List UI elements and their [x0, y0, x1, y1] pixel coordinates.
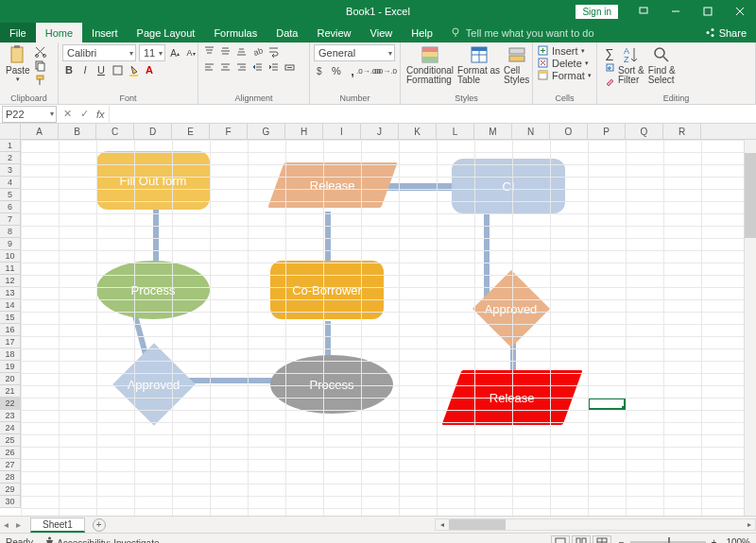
col-header[interactable]: G — [248, 124, 285, 139]
shape-ci[interactable]: CI — [452, 159, 565, 213]
shape-process2[interactable]: Process — [270, 355, 393, 414]
orientation-icon[interactable]: ab — [250, 44, 264, 58]
ribbon-options-icon[interactable] — [627, 0, 660, 23]
sheet-nav-next-icon[interactable]: ▸ — [12, 519, 25, 530]
cut-icon[interactable] — [34, 44, 47, 58]
sheet-tab-active[interactable]: Sheet1 — [30, 518, 85, 533]
normal-view-icon[interactable] — [551, 535, 570, 543]
signin-button[interactable]: Sign in — [576, 5, 618, 19]
row-header[interactable]: 30 — [0, 496, 20, 508]
align-right-icon[interactable] — [234, 60, 248, 74]
tab-file[interactable]: File — [0, 23, 36, 42]
row-header[interactable]: 20 — [0, 373, 20, 385]
scroll-left-icon[interactable]: ◂ — [436, 519, 448, 530]
sheet-nav-prev-icon[interactable]: ◂ — [0, 519, 12, 530]
row-header[interactable]: 8 — [0, 226, 20, 238]
row-header[interactable]: 14 — [0, 299, 20, 312]
row-header[interactable]: 13 — [0, 287, 20, 299]
tab-insert[interactable]: Insert — [82, 23, 128, 42]
tab-help[interactable]: Help — [402, 23, 442, 42]
tab-view[interactable]: View — [361, 23, 403, 42]
format-as-table-button[interactable]: Format as Table — [455, 44, 502, 85]
vertical-scrollbar[interactable] — [744, 140, 756, 516]
row-header[interactable]: 29 — [0, 484, 20, 496]
row-header[interactable]: 5 — [0, 189, 20, 201]
col-header[interactable]: O — [550, 124, 588, 139]
col-header[interactable]: Q — [626, 124, 663, 139]
row-header[interactable]: 17 — [0, 336, 20, 348]
wrap-text-icon[interactable] — [266, 44, 280, 58]
col-header[interactable]: K — [399, 124, 437, 139]
copy-icon[interactable] — [34, 59, 47, 72]
italic-button[interactable]: I — [78, 63, 92, 76]
align-top-icon[interactable] — [202, 44, 215, 58]
row-header[interactable]: 23 — [0, 410, 20, 422]
cancel-formula-icon[interactable]: ✕ — [59, 108, 76, 120]
bold-button[interactable]: B — [62, 63, 76, 76]
row-header[interactable]: 2 — [0, 152, 20, 164]
row-headers[interactable]: 1234567891011121314151617181920212223242… — [0, 140, 21, 508]
scroll-right-icon[interactable]: ▸ — [743, 519, 755, 530]
zoom-out-button[interactable]: − — [619, 537, 625, 544]
col-header[interactable]: J — [361, 124, 399, 139]
row-header[interactable]: 21 — [0, 385, 20, 398]
zoom-in-button[interactable]: + — [712, 537, 717, 544]
new-sheet-button[interactable]: + — [93, 518, 106, 532]
font-color-icon[interactable]: A — [143, 63, 156, 76]
row-header[interactable]: 25 — [0, 434, 20, 447]
autosum-icon[interactable]: ∑ — [603, 46, 616, 59]
row-header[interactable]: 3 — [0, 164, 20, 177]
align-center-icon[interactable] — [218, 60, 232, 74]
row-header[interactable]: 26 — [0, 447, 20, 459]
row-header[interactable]: 16 — [0, 324, 20, 336]
fill-icon[interactable] — [603, 60, 616, 74]
minimize-icon[interactable] — [660, 0, 692, 23]
row-header[interactable]: 28 — [0, 471, 20, 484]
cell-styles-button[interactable]: Cell Styles — [502, 44, 531, 85]
close-icon[interactable] — [724, 0, 756, 23]
decrease-indent-icon[interactable] — [250, 60, 264, 74]
row-header[interactable]: 7 — [0, 213, 20, 226]
conditional-formatting-button[interactable]: Conditional Formatting — [404, 44, 455, 85]
font-name-combo[interactable]: Calibri — [62, 44, 136, 61]
page-layout-view-icon[interactable] — [572, 535, 591, 543]
col-header[interactable]: B — [59, 124, 96, 139]
enter-formula-icon[interactable]: ✓ — [76, 108, 93, 120]
shape-process1[interactable]: Process — [96, 261, 210, 319]
zoom-level[interactable]: 100% — [726, 537, 750, 544]
row-header[interactable]: 24 — [0, 422, 20, 434]
row-header[interactable]: 18 — [0, 348, 20, 361]
row-header[interactable]: 27 — [0, 459, 20, 471]
tab-formulas[interactable]: Formulas — [204, 23, 266, 42]
font-size-combo[interactable]: 11 — [139, 44, 165, 61]
row-header[interactable]: 10 — [0, 250, 20, 263]
format-painter-icon[interactable] — [34, 73, 47, 86]
shrink-font-icon[interactable]: A▾ — [184, 46, 198, 59]
insert-cells-button[interactable]: Insert▾ — [537, 44, 585, 57]
find-select-button[interactable]: Find & Select — [646, 44, 678, 85]
shape-coborrower[interactable]: Co-Borrower — [270, 261, 384, 319]
accessibility-status[interactable]: Accessibility: Investigate — [44, 536, 160, 544]
align-bottom-icon[interactable] — [234, 44, 248, 58]
align-left-icon[interactable] — [202, 60, 215, 74]
format-cells-button[interactable]: Format▾ — [537, 69, 592, 81]
percent-format-icon[interactable]: % — [330, 64, 343, 77]
name-box[interactable]: P22 — [2, 106, 57, 123]
row-header[interactable]: 12 — [0, 275, 20, 287]
delete-cells-button[interactable]: Delete▾ — [537, 57, 589, 69]
share-button[interactable]: Share — [696, 23, 756, 42]
select-all-corner[interactable] — [0, 124, 21, 140]
col-header[interactable]: P — [588, 124, 626, 139]
number-format-combo[interactable]: General — [314, 44, 395, 61]
tab-review[interactable]: Review — [307, 23, 360, 42]
row-header[interactable]: 22 — [0, 398, 20, 410]
col-header[interactable]: C — [96, 124, 134, 139]
sort-filter-button[interactable]: AZ Sort & Filter — [616, 44, 646, 85]
formula-input[interactable] — [109, 106, 756, 123]
cells-canvas[interactable]: Fill Out form Process Approved Release C… — [21, 140, 756, 516]
col-header[interactable]: H — [285, 124, 323, 139]
col-header[interactable]: D — [134, 124, 172, 139]
paste-button[interactable]: Paste ▾ — [4, 44, 32, 83]
col-header[interactable]: R — [663, 124, 701, 139]
col-header[interactable]: I — [323, 124, 361, 139]
